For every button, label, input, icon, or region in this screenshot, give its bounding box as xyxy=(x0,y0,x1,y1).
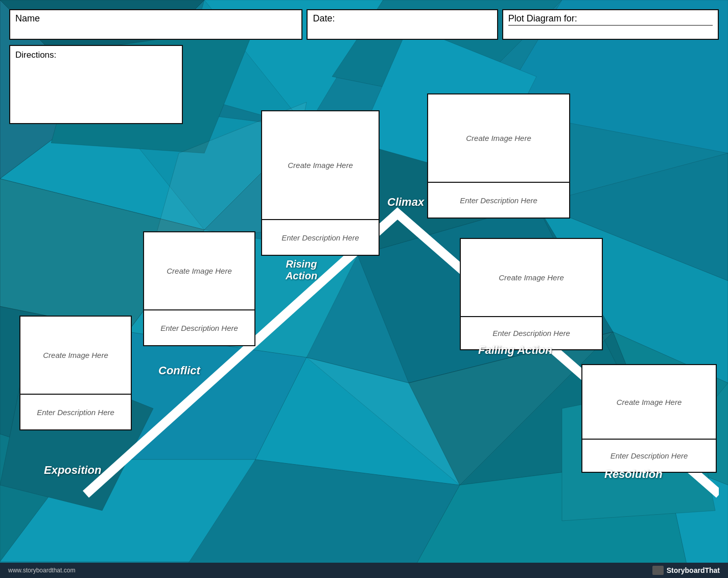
resolution-image[interactable]: Create Image Here xyxy=(581,364,717,440)
name-field[interactable]: Name xyxy=(9,9,302,40)
footer: www.storyboardthat.com StoryboardThat xyxy=(0,563,728,578)
exposition-label: Exposition xyxy=(44,464,101,477)
falling-action-card: Create Image Here Enter Description Here xyxy=(460,238,603,350)
directions-box[interactable]: Directions: xyxy=(9,45,183,124)
name-label: Name xyxy=(15,13,40,23)
falling-action-image[interactable]: Create Image Here xyxy=(460,238,603,317)
main-diagram-area: Directions: Create Image Here Enter Desc… xyxy=(9,45,719,525)
date-field[interactable]: Date: xyxy=(307,9,498,40)
resolution-card: Create Image Here Enter Description Here xyxy=(581,364,717,473)
resolution-label: Resolution xyxy=(604,468,663,481)
conflict-card: Create Image Here Enter Description Here xyxy=(143,231,255,346)
exposition-image[interactable]: Create Image Here xyxy=(19,316,132,395)
rising-action-label: Rising Action xyxy=(276,258,327,282)
rising-action-desc[interactable]: Enter Description Here xyxy=(261,220,380,256)
climax-desc[interactable]: Enter Description Here xyxy=(427,183,570,219)
date-label: Date: xyxy=(313,13,335,23)
climax-image[interactable]: Create Image Here xyxy=(427,93,570,183)
directions-label: Directions: xyxy=(15,50,56,60)
plot-title-label: Plot Diagram for: xyxy=(508,13,713,26)
header-row: Name Date: Plot Diagram for: xyxy=(9,9,719,40)
exposition-card: Create Image Here Enter Description Here xyxy=(19,316,132,430)
plot-title-field[interactable]: Plot Diagram for: xyxy=(502,9,719,40)
conflict-image[interactable]: Create Image Here xyxy=(143,231,255,310)
climax-label: Climax xyxy=(387,196,424,209)
falling-action-label: Falling Action xyxy=(478,344,552,357)
rising-action-card: Create Image Here Enter Description Here xyxy=(261,110,380,256)
conflict-label: Conflict xyxy=(158,364,200,377)
conflict-desc[interactable]: Enter Description Here xyxy=(143,310,255,346)
rising-action-image[interactable]: Create Image Here xyxy=(261,110,380,220)
climax-card: Create Image Here Enter Description Here xyxy=(427,93,570,219)
footer-url: www.storyboardthat.com xyxy=(8,567,75,574)
brand-name: StoryboardThat xyxy=(667,566,720,574)
storyboard-icon xyxy=(652,566,664,575)
rising-action-text: Rising Action xyxy=(286,258,317,281)
footer-brand: StoryboardThat xyxy=(652,566,720,575)
exposition-desc[interactable]: Enter Description Here xyxy=(19,395,132,430)
